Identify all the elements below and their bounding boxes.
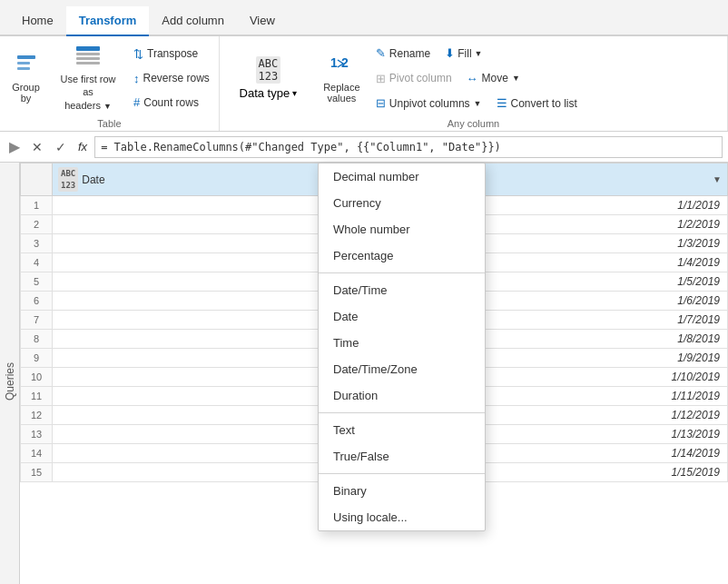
table-group-label: Table xyxy=(5,118,213,129)
svg-rect-1 xyxy=(17,62,30,64)
dropdown-item-percentage[interactable]: Percentage xyxy=(319,243,485,269)
dropdown-item-whole[interactable]: Whole number xyxy=(319,216,485,243)
replace-values-icon: 1 2 xyxy=(329,53,354,82)
any-column-group-label: Any column xyxy=(225,118,722,129)
count-rows-icon: # xyxy=(133,95,140,109)
dropdown-item-using-locale[interactable]: Using locale... xyxy=(319,504,485,530)
dropdown-item-time[interactable]: Time xyxy=(319,330,485,356)
dropdown-item-date[interactable]: Date xyxy=(319,303,485,330)
dropdown-item-decimal[interactable]: Decimal number xyxy=(319,163,485,190)
convert-icon: ☰ xyxy=(497,96,507,110)
svg-rect-5 xyxy=(76,57,100,60)
formula-input[interactable] xyxy=(94,136,723,158)
unpivot-columns-button[interactable]: ⊟ Unpivot columns ▼ xyxy=(372,94,486,112)
svg-text:1: 1 xyxy=(330,55,338,70)
svg-rect-4 xyxy=(76,53,100,55)
dropdown-item-binary[interactable]: Binary xyxy=(319,478,485,504)
row-num-header xyxy=(21,163,53,196)
row-number: 1 xyxy=(21,196,53,215)
row-number: 2 xyxy=(21,215,53,234)
dropdown-item-true-false[interactable]: True/False xyxy=(319,443,485,470)
row-number: 6 xyxy=(21,292,53,311)
main-area: Queries ABC123 Date ▼ 11/1/201921/2/201 xyxy=(0,163,728,584)
rename-icon: ✎ xyxy=(376,46,386,60)
count-rows-label: Count rows xyxy=(143,96,199,109)
dropdown-item-currency[interactable]: Currency xyxy=(319,190,485,216)
row-number: 9 xyxy=(21,349,53,368)
dropdown-separator xyxy=(319,272,485,273)
date-col-label: Date xyxy=(82,173,104,186)
tab-home[interactable]: Home xyxy=(9,6,66,36)
reverse-rows-label: Reverse rows xyxy=(143,72,210,84)
ribbon-group-any-column: ABC123 Data type▾ 1 2 Replacevalues xyxy=(220,36,728,131)
dropdown-item-datetimezone[interactable]: Date/Time/Zone xyxy=(319,356,485,382)
move-icon: ↔ xyxy=(467,72,478,85)
replace-values-button[interactable]: 1 2 Replacevalues xyxy=(317,40,367,116)
pivot-label: Pivot column xyxy=(389,72,452,84)
table-small-buttons: ⇅ Transpose ↕ Reverse rows # Count rows xyxy=(130,40,213,116)
any-col-right-buttons: ✎ Rename ⬇ Fill ▼ ⊞ Pivot column xyxy=(372,40,581,116)
replace-values-label: Replacevalues xyxy=(323,82,359,104)
row-number: 14 xyxy=(21,444,53,463)
tab-view[interactable]: View xyxy=(237,6,288,36)
data-type-icon: ABC123 xyxy=(256,56,281,84)
formula-expand-button[interactable]: ▶ xyxy=(5,136,24,157)
unpivot-icon: ⊟ xyxy=(376,96,386,110)
formula-cancel-button[interactable]: ✕ xyxy=(27,138,47,156)
data-type-dropdown: Decimal numberCurrencyWhole numberPercen… xyxy=(318,163,486,531)
date-col-type-icon: ABC123 xyxy=(58,167,78,192)
date-col-dropdown-icon[interactable]: ▼ xyxy=(713,174,722,184)
transpose-icon: ⇅ xyxy=(133,47,143,61)
pivot-icon: ⊞ xyxy=(376,72,386,85)
tab-transform[interactable]: Transform xyxy=(66,6,150,36)
use-first-row-button[interactable]: Use first row asheaders ▼ xyxy=(52,40,124,116)
transpose-button[interactable]: ⇅ Transpose xyxy=(130,45,213,63)
dropdown-separator xyxy=(319,412,485,413)
svg-rect-2 xyxy=(17,67,30,70)
group-by-button[interactable]: Groupby xyxy=(5,40,46,116)
formula-bar: ▶ ✕ ✓ fx xyxy=(0,132,728,163)
formula-confirm-button[interactable]: ✓ xyxy=(51,138,71,156)
unpivot-label: Unpivot columns xyxy=(389,97,470,110)
row-number: 12 xyxy=(21,406,53,425)
dropdown-separator xyxy=(319,473,485,474)
svg-rect-6 xyxy=(76,62,100,64)
use-first-row-label: Use first row asheaders ▼ xyxy=(58,73,118,112)
use-first-row-icon xyxy=(75,45,101,71)
data-type-label: Data type▾ xyxy=(240,86,298,100)
move-button[interactable]: ↔ Move ▼ xyxy=(463,70,524,87)
ribbon-group-table: Groupby Use first row asheaders ▼ ⇅ Tran… xyxy=(0,36,220,131)
queries-label: Queries xyxy=(4,362,16,401)
row-number: 15 xyxy=(21,463,53,482)
row-number: 7 xyxy=(21,311,53,330)
tab-add-column[interactable]: Add column xyxy=(149,6,237,36)
pivot-column-button[interactable]: ⊞ Pivot column xyxy=(372,70,456,87)
dropdown-item-datetime[interactable]: Date/Time xyxy=(319,277,485,303)
count-rows-button[interactable]: # Count rows xyxy=(130,94,213,111)
reverse-rows-button[interactable]: ↕ Reverse rows xyxy=(130,70,213,87)
fill-button[interactable]: ⬇ Fill ▼ xyxy=(441,45,486,62)
reverse-rows-icon: ↕ xyxy=(133,72,140,85)
convert-to-list-button[interactable]: ☰ Convert to list xyxy=(493,94,581,112)
queries-sidebar: Queries xyxy=(0,163,20,584)
data-type-button[interactable]: ABC123 Data type▾ xyxy=(225,40,311,116)
rename-label: Rename xyxy=(389,47,430,60)
svg-rect-3 xyxy=(76,46,100,51)
fill-icon: ⬇ xyxy=(445,46,455,60)
rename-button[interactable]: ✎ Rename xyxy=(372,45,434,62)
fill-label: Fill xyxy=(457,47,471,60)
dropdown-item-text[interactable]: Text xyxy=(319,417,485,443)
row-number: 10 xyxy=(21,368,53,387)
nav-tabs: Home Transform Add column View xyxy=(0,0,728,36)
ribbon: Groupby Use first row asheaders ▼ ⇅ Tran… xyxy=(0,36,728,132)
row-number: 3 xyxy=(21,234,53,253)
dropdown-item-duration[interactable]: Duration xyxy=(319,382,485,409)
transpose-label: Transpose xyxy=(147,47,198,60)
group-by-icon xyxy=(15,53,37,80)
row-number: 5 xyxy=(21,272,53,292)
row-number: 11 xyxy=(21,387,53,406)
svg-rect-0 xyxy=(17,55,35,59)
row-number: 4 xyxy=(21,253,53,272)
group-by-label: Groupby xyxy=(12,82,40,104)
move-label: Move xyxy=(482,72,508,84)
